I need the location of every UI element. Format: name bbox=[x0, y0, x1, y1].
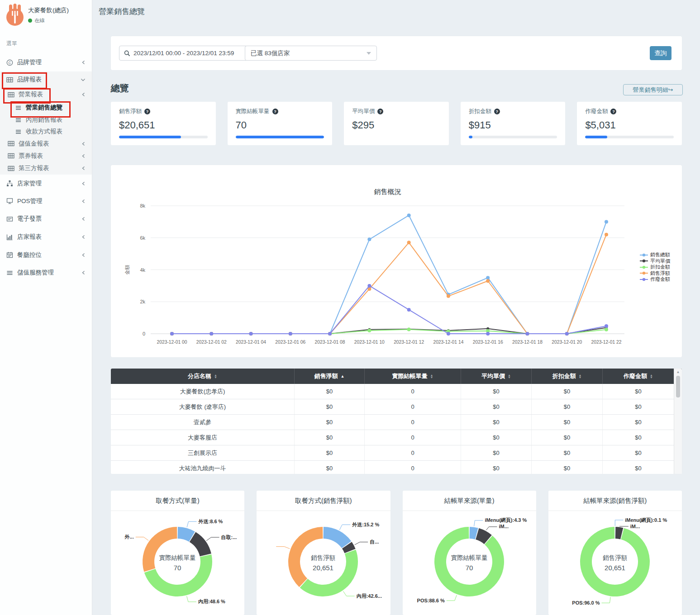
chevron-left-icon bbox=[81, 235, 86, 239]
svg-text:POS:88.6 %: POS:88.6 % bbox=[417, 598, 444, 603]
filter-card: 2023/12/01 00:00 - 2023/12/01 23:59 已選 8… bbox=[111, 36, 682, 70]
sidebar-item-label: 收款方式報表 bbox=[26, 128, 62, 136]
svg-text:2023-12-01 16: 2023-12-01 16 bbox=[473, 340, 503, 345]
table-icon bbox=[6, 76, 13, 83]
svg-text:內用:42.6...: 內用:42.6... bbox=[357, 593, 382, 599]
table-header-2[interactable]: 實際結帳單量 ▲▼ bbox=[365, 369, 461, 384]
table-icon bbox=[8, 152, 14, 159]
sidebar-item-label: 餐廳控位 bbox=[17, 251, 42, 259]
scrollbar-thumb[interactable] bbox=[676, 376, 680, 397]
column-label: 分店名稱 bbox=[188, 372, 211, 380]
sidebar-item-label: POS管理 bbox=[17, 197, 43, 205]
table-cell: $0 bbox=[461, 415, 532, 430]
svg-text:8k: 8k bbox=[140, 203, 145, 208]
kpi-value: $20,651 bbox=[119, 119, 208, 131]
help-icon[interactable]: ? bbox=[377, 109, 383, 114]
donut-title: 取餐方式(單量) bbox=[111, 491, 244, 511]
store-select[interactable]: 已選 83個店家 bbox=[245, 46, 377, 61]
chevron-left-icon bbox=[81, 142, 86, 146]
table-cell: $0 bbox=[603, 430, 674, 445]
sitemap-icon bbox=[6, 180, 13, 187]
svg-text:2023-12-01 08: 2023-12-01 08 bbox=[315, 340, 345, 345]
sidebar-item-5[interactable]: 收款方式報表 bbox=[0, 126, 92, 137]
svg-text:0: 0 bbox=[143, 331, 145, 336]
sidebar-item-7[interactable]: 票券報表 bbox=[0, 150, 92, 162]
page-title: 營業銷售總覽 bbox=[99, 6, 145, 17]
table-cell: $0 bbox=[295, 461, 365, 474]
sidebar-item-label: 店家管理 bbox=[17, 180, 42, 188]
kpi-value: 70 bbox=[236, 119, 324, 131]
table-cell: 0 bbox=[365, 399, 461, 414]
kpi-card-4: 作廢金額 ? $5,031 bbox=[577, 102, 682, 145]
sidebar-item-0[interactable]: C 品牌管理 bbox=[0, 53, 92, 71]
svg-text:外...: 外... bbox=[124, 534, 134, 539]
sidebar-item-2[interactable]: 營業報表 bbox=[0, 88, 92, 101]
chevron-left-icon bbox=[81, 166, 86, 170]
scrollbar-up-arrow[interactable]: ▲ bbox=[674, 370, 682, 374]
kpi-label: 折扣金額 bbox=[469, 108, 491, 115]
svg-text:70: 70 bbox=[465, 564, 473, 572]
sidebar-item-4[interactable]: 內用銷售報表 bbox=[0, 114, 92, 126]
chevron-left-icon bbox=[81, 154, 86, 158]
sidebar-item-11[interactable]: 電子發票 bbox=[0, 210, 92, 228]
chevron-left-icon bbox=[81, 253, 86, 257]
svg-text:自取:...: 自取:... bbox=[221, 535, 237, 540]
chevron-left-icon bbox=[81, 270, 86, 275]
legend-item[interactable]: 平均單價 bbox=[640, 258, 670, 265]
donut-title: 結帳單來源(銷售淨額) bbox=[548, 491, 682, 511]
table-icon bbox=[8, 140, 14, 147]
sidebar-item-6[interactable]: 儲值金報表 bbox=[0, 137, 92, 150]
sort-icon: ▲▼ bbox=[508, 374, 511, 379]
legend-item[interactable]: 作廢金額 bbox=[640, 276, 670, 283]
sidebar-item-14[interactable]: 儲值服務管理 bbox=[0, 264, 92, 282]
help-icon[interactable]: ? bbox=[144, 109, 150, 114]
svg-text:2023-12-01 14: 2023-12-01 14 bbox=[433, 340, 463, 345]
table-cell: $0 bbox=[461, 445, 532, 460]
sales-line-chart: 銷售概況02k4k6k8k金額2023-12-01 002023-12-01 0… bbox=[111, 165, 682, 359]
sidebar-item-10[interactable]: POS管理 bbox=[0, 192, 92, 210]
table-icon bbox=[8, 91, 14, 98]
table-header-4[interactable]: 折扣金額 ▲▼ bbox=[532, 369, 603, 384]
help-icon[interactable]: ? bbox=[610, 109, 616, 114]
legend-item[interactable]: 銷售總額 bbox=[640, 252, 670, 258]
date-range-input[interactable]: 2023/12/01 00:00 - 2023/12/01 23:59 bbox=[119, 46, 250, 61]
sidebar-item-3[interactable]: 營業銷售總覽 bbox=[0, 101, 92, 114]
sidebar-item-8[interactable]: 第三方報表 bbox=[0, 162, 92, 175]
svg-text:銷售淨額: 銷售淨額 bbox=[311, 554, 336, 561]
kpi-value: $915 bbox=[469, 119, 557, 131]
table-header-5[interactable]: 作廢金額 ▲▼ bbox=[603, 369, 674, 384]
svg-text:2023-12-01 20: 2023-12-01 20 bbox=[552, 340, 582, 345]
help-icon[interactable]: ? bbox=[494, 109, 500, 114]
sidebar-item-13[interactable]: 餐廳控位 bbox=[0, 246, 92, 264]
legend-item[interactable]: 銷售淨額 bbox=[640, 270, 670, 277]
svg-text:實際結帳單量: 實際結帳單量 bbox=[451, 554, 487, 561]
table-cell: 壹貳參 bbox=[111, 415, 295, 430]
sidebar-item-1[interactable]: 品牌報表 bbox=[0, 71, 92, 88]
donut-chart: 外送:15.2 %自...內用:42.6...銷售淨額20,651 bbox=[257, 511, 390, 615]
search-icon bbox=[124, 50, 130, 57]
table-cell: 三創展示店 bbox=[111, 445, 295, 460]
svg-text:自...: 自... bbox=[370, 539, 379, 544]
sidebar-item-12[interactable]: 店家報表 bbox=[0, 228, 92, 246]
query-button[interactable]: 查詢 bbox=[650, 46, 671, 60]
kpi-row: 銷售淨額 ? $20,651 實際結帳單量 ? 70 平均單價 ? $295 折… bbox=[111, 102, 682, 145]
table-cell: $0 bbox=[461, 461, 532, 474]
sidebar-item-label: 店家報表 bbox=[17, 233, 42, 241]
table-scrollbar[interactable]: ▲ bbox=[674, 369, 682, 474]
table-row-5: 大祐池九燒肉一斗$00$0$0$0 bbox=[111, 461, 682, 474]
help-icon[interactable]: ? bbox=[272, 109, 278, 114]
chevron-left-icon bbox=[81, 199, 86, 203]
svg-text:2k: 2k bbox=[140, 299, 145, 304]
table-header-1[interactable]: 銷售淨額 ▲ bbox=[295, 369, 365, 384]
column-label: 實際結帳單量 bbox=[392, 372, 428, 380]
table-cell: $0 bbox=[295, 430, 365, 445]
legend-item[interactable]: 折扣金額 bbox=[640, 264, 670, 270]
sales-detail-button[interactable]: 營業銷售明細↪ bbox=[623, 84, 683, 95]
sidebar-item-9[interactable]: 店家管理 bbox=[0, 175, 92, 192]
svg-text:iMenu(網頁):4.3 %: iMenu(網頁):4.3 % bbox=[485, 517, 527, 523]
table-header-0[interactable]: 分店名稱 ▲▼ bbox=[111, 369, 295, 384]
table-cell: $0 bbox=[295, 399, 365, 414]
kpi-label: 平均單價 bbox=[352, 108, 375, 115]
table-header-3[interactable]: 平均單價 ▲▼ bbox=[461, 369, 532, 384]
table-cell: 大祐池九燒肉一斗 bbox=[111, 461, 295, 474]
